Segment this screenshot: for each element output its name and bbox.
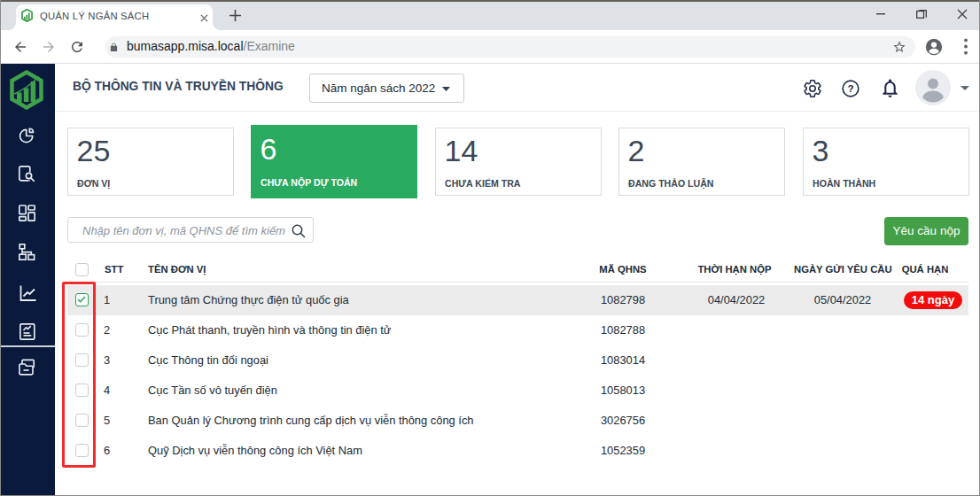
svg-text:?: ? — [847, 82, 853, 94]
